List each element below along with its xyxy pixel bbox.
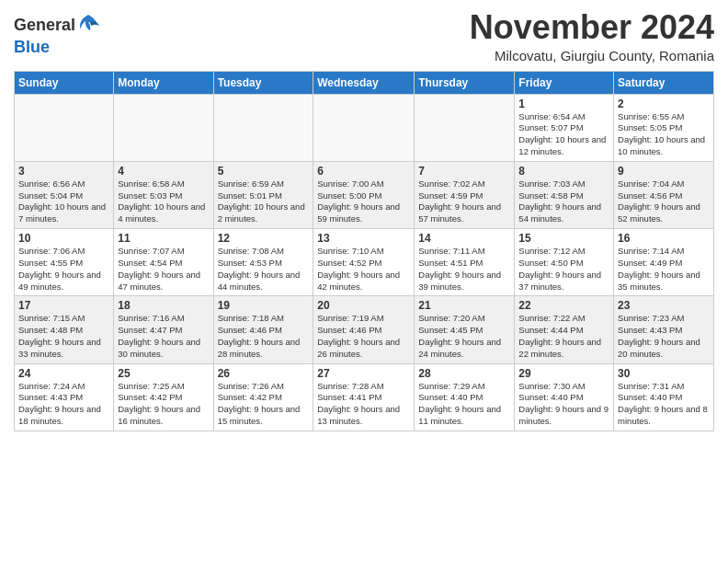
day-number: 25 — [118, 367, 209, 380]
day-number: 14 — [418, 232, 510, 245]
calendar-cell: 18Sunrise: 7:16 AM Sunset: 4:47 PM Dayli… — [114, 296, 213, 363]
calendar-cell: 11Sunrise: 7:07 AM Sunset: 4:54 PM Dayli… — [114, 229, 213, 296]
calendar-dow-saturday: Saturday — [614, 71, 714, 94]
calendar-cell: 5Sunrise: 6:59 AM Sunset: 5:01 PM Daylig… — [213, 161, 313, 228]
day-info: Sunrise: 7:03 AM Sunset: 4:58 PM Dayligh… — [518, 178, 609, 225]
day-info: Sunrise: 7:16 AM Sunset: 4:47 PM Dayligh… — [118, 313, 209, 360]
title-block: November 2024 Milcovatu, Giurgiu County,… — [470, 9, 714, 63]
calendar-cell — [313, 94, 415, 161]
calendar-dow-thursday: Thursday — [415, 71, 515, 94]
calendar-cell: 10Sunrise: 7:06 AM Sunset: 4:55 PM Dayli… — [15, 229, 114, 296]
day-number: 24 — [18, 367, 109, 380]
day-info: Sunrise: 7:11 AM Sunset: 4:51 PM Dayligh… — [418, 246, 510, 293]
calendar-week-5: 24Sunrise: 7:24 AM Sunset: 4:43 PM Dayli… — [15, 363, 714, 431]
calendar-dow-friday: Friday — [515, 71, 614, 94]
day-info: Sunrise: 6:58 AM Sunset: 5:03 PM Dayligh… — [118, 178, 209, 225]
calendar-week-4: 17Sunrise: 7:15 AM Sunset: 4:48 PM Dayli… — [15, 296, 714, 363]
day-info: Sunrise: 7:22 AM Sunset: 4:44 PM Dayligh… — [518, 313, 609, 360]
calendar-cell: 30Sunrise: 7:31 AM Sunset: 4:40 PM Dayli… — [614, 363, 714, 431]
day-info: Sunrise: 7:06 AM Sunset: 4:55 PM Dayligh… — [18, 246, 109, 293]
calendar-dow-tuesday: Tuesday — [213, 71, 313, 94]
calendar-cell: 13Sunrise: 7:10 AM Sunset: 4:52 PM Dayli… — [313, 229, 415, 296]
calendar-cell: 29Sunrise: 7:30 AM Sunset: 4:40 PM Dayli… — [515, 363, 614, 431]
calendar-cell: 16Sunrise: 7:14 AM Sunset: 4:49 PM Dayli… — [614, 229, 714, 296]
day-info: Sunrise: 6:55 AM Sunset: 5:05 PM Dayligh… — [618, 111, 710, 158]
calendar-cell: 19Sunrise: 7:18 AM Sunset: 4:46 PM Dayli… — [213, 296, 313, 363]
day-number: 8 — [518, 165, 609, 178]
day-number: 20 — [317, 299, 410, 312]
day-number: 27 — [317, 367, 410, 380]
day-info: Sunrise: 7:29 AM Sunset: 4:40 PM Dayligh… — [418, 381, 510, 428]
day-info: Sunrise: 7:02 AM Sunset: 4:59 PM Dayligh… — [418, 178, 510, 225]
calendar-week-2: 3Sunrise: 6:56 AM Sunset: 5:04 PM Daylig… — [15, 161, 714, 228]
calendar-cell: 20Sunrise: 7:19 AM Sunset: 4:46 PM Dayli… — [313, 296, 415, 363]
calendar-cell: 4Sunrise: 6:58 AM Sunset: 5:03 PM Daylig… — [114, 161, 213, 228]
calendar-cell: 24Sunrise: 7:24 AM Sunset: 4:43 PM Dayli… — [15, 363, 114, 431]
calendar-header-row: SundayMondayTuesdayWednesdayThursdayFrid… — [15, 71, 714, 94]
day-info: Sunrise: 7:15 AM Sunset: 4:48 PM Dayligh… — [18, 313, 109, 360]
day-number: 19 — [218, 299, 310, 312]
day-number: 3 — [18, 165, 109, 178]
day-info: Sunrise: 7:23 AM Sunset: 4:43 PM Dayligh… — [618, 313, 710, 360]
calendar-cell — [415, 94, 515, 161]
calendar-cell: 12Sunrise: 7:08 AM Sunset: 4:53 PM Dayli… — [213, 229, 313, 296]
month-title: November 2024 — [470, 9, 714, 46]
day-number: 6 — [317, 165, 410, 178]
day-number: 23 — [618, 299, 710, 312]
calendar-cell: 14Sunrise: 7:11 AM Sunset: 4:51 PM Dayli… — [415, 229, 515, 296]
calendar-cell — [213, 94, 313, 161]
header: General Blue November 2024 Milcovatu, Gi… — [14, 9, 714, 63]
calendar-cell: 7Sunrise: 7:02 AM Sunset: 4:59 PM Daylig… — [415, 161, 515, 228]
day-number: 11 — [118, 232, 209, 245]
day-number: 1 — [518, 98, 609, 110]
logo-bird-icon — [77, 13, 99, 39]
logo-blue-text: Blue — [14, 38, 50, 56]
calendar-cell: 27Sunrise: 7:28 AM Sunset: 4:41 PM Dayli… — [313, 363, 415, 431]
day-number: 9 — [618, 165, 710, 178]
day-info: Sunrise: 7:30 AM Sunset: 4:40 PM Dayligh… — [518, 381, 609, 428]
day-number: 26 — [218, 367, 310, 380]
day-info: Sunrise: 7:19 AM Sunset: 4:46 PM Dayligh… — [317, 313, 410, 360]
calendar-cell: 22Sunrise: 7:22 AM Sunset: 4:44 PM Dayli… — [515, 296, 614, 363]
day-number: 21 — [418, 299, 510, 312]
logo-general-text: General — [14, 17, 75, 35]
calendar-cell: 25Sunrise: 7:25 AM Sunset: 4:42 PM Dayli… — [114, 363, 213, 431]
calendar-cell: 28Sunrise: 7:29 AM Sunset: 4:40 PM Dayli… — [415, 363, 515, 431]
day-info: Sunrise: 7:20 AM Sunset: 4:45 PM Dayligh… — [418, 313, 510, 360]
calendar-table: SundayMondayTuesdayWednesdayThursdayFrid… — [14, 71, 714, 431]
day-number: 2 — [618, 98, 710, 110]
calendar-cell: 26Sunrise: 7:26 AM Sunset: 4:42 PM Dayli… — [213, 363, 313, 431]
day-number: 16 — [618, 232, 710, 245]
day-info: Sunrise: 7:14 AM Sunset: 4:49 PM Dayligh… — [618, 246, 710, 293]
day-info: Sunrise: 7:12 AM Sunset: 4:50 PM Dayligh… — [518, 246, 609, 293]
location-subtitle: Milcovatu, Giurgiu County, Romania — [470, 48, 714, 63]
day-info: Sunrise: 7:24 AM Sunset: 4:43 PM Dayligh… — [18, 381, 109, 428]
calendar-cell — [114, 94, 213, 161]
day-info: Sunrise: 7:18 AM Sunset: 4:46 PM Dayligh… — [218, 313, 310, 360]
day-number: 13 — [317, 232, 410, 245]
day-info: Sunrise: 7:00 AM Sunset: 5:00 PM Dayligh… — [317, 178, 410, 225]
calendar-cell: 17Sunrise: 7:15 AM Sunset: 4:48 PM Dayli… — [15, 296, 114, 363]
page: General Blue November 2024 Milcovatu, Gi… — [0, 0, 728, 563]
day-number: 7 — [418, 165, 510, 178]
day-number: 5 — [218, 165, 310, 178]
calendar-week-3: 10Sunrise: 7:06 AM Sunset: 4:55 PM Dayli… — [15, 229, 714, 296]
day-number: 17 — [18, 299, 109, 312]
day-number: 15 — [518, 232, 609, 245]
day-info: Sunrise: 6:59 AM Sunset: 5:01 PM Dayligh… — [218, 178, 310, 225]
day-info: Sunrise: 7:04 AM Sunset: 4:56 PM Dayligh… — [618, 178, 710, 225]
logo: General Blue — [14, 13, 99, 57]
calendar-dow-wednesday: Wednesday — [313, 71, 415, 94]
calendar-cell: 2Sunrise: 6:55 AM Sunset: 5:05 PM Daylig… — [614, 94, 714, 161]
day-number: 4 — [118, 165, 209, 178]
day-info: Sunrise: 7:26 AM Sunset: 4:42 PM Dayligh… — [218, 381, 310, 428]
calendar-cell: 8Sunrise: 7:03 AM Sunset: 4:58 PM Daylig… — [515, 161, 614, 228]
day-info: Sunrise: 7:28 AM Sunset: 4:41 PM Dayligh… — [317, 381, 410, 428]
calendar-cell: 9Sunrise: 7:04 AM Sunset: 4:56 PM Daylig… — [614, 161, 714, 228]
day-number: 28 — [418, 367, 510, 380]
calendar-cell: 21Sunrise: 7:20 AM Sunset: 4:45 PM Dayli… — [415, 296, 515, 363]
day-number: 30 — [618, 367, 710, 380]
day-number: 12 — [218, 232, 310, 245]
calendar-cell: 6Sunrise: 7:00 AM Sunset: 5:00 PM Daylig… — [313, 161, 415, 228]
day-info: Sunrise: 7:25 AM Sunset: 4:42 PM Dayligh… — [118, 381, 209, 428]
